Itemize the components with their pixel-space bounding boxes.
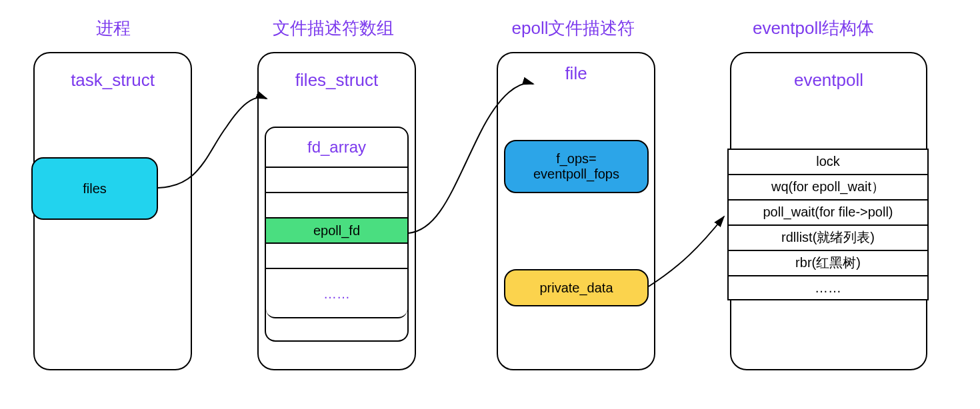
files-pill: files bbox=[31, 157, 158, 220]
fd-row-1 bbox=[266, 192, 407, 217]
fd-row-3 bbox=[266, 242, 407, 268]
field-lock: lock bbox=[727, 149, 929, 174]
files-struct-header: files_struct bbox=[259, 53, 415, 107]
fd-array-header: fd_array bbox=[266, 128, 407, 163]
title-fd-array: 文件描述符数组 bbox=[247, 17, 420, 40]
fd-row-epoll: epoll_fd bbox=[266, 217, 407, 242]
file-box: file bbox=[497, 52, 655, 370]
title-process: 进程 bbox=[47, 17, 180, 40]
files-label: files bbox=[83, 181, 107, 197]
arrow-private-to-eventpoll bbox=[649, 216, 724, 286]
fd-row-more: …… bbox=[266, 268, 407, 318]
private-data-pill: private_data bbox=[504, 269, 649, 306]
fops-pill: f_ops= eventpoll_fops bbox=[504, 140, 649, 193]
title-epoll-fd: epoll文件描述符 bbox=[487, 17, 660, 40]
diagram-canvas: 进程 文件描述符数组 epoll文件描述符 eventpoll结构体 task_… bbox=[0, 0, 980, 409]
private-data-label: private_data bbox=[539, 280, 613, 296]
eventpoll-fields: lock wq(for epoll_wait） poll_wait(for fi… bbox=[727, 149, 929, 300]
field-rbr: rbr(红黑树) bbox=[727, 250, 929, 275]
fd-row-0 bbox=[266, 167, 407, 192]
file-header: file bbox=[498, 53, 654, 101]
fops-label: f_ops= eventpoll_fops bbox=[533, 151, 619, 182]
task-struct-header: task_struct bbox=[35, 53, 191, 107]
field-more: …… bbox=[727, 275, 929, 300]
title-eventpoll: eventpoll结构体 bbox=[723, 17, 903, 40]
field-rdllist: rdllist(就绪列表) bbox=[727, 224, 929, 250]
fd-array-box: fd_array epoll_fd …… bbox=[265, 127, 409, 342]
field-wq: wq(for epoll_wait） bbox=[727, 174, 929, 199]
eventpoll-header: eventpoll bbox=[731, 53, 926, 107]
field-pollwait: poll_wait(for file->poll) bbox=[727, 199, 929, 224]
